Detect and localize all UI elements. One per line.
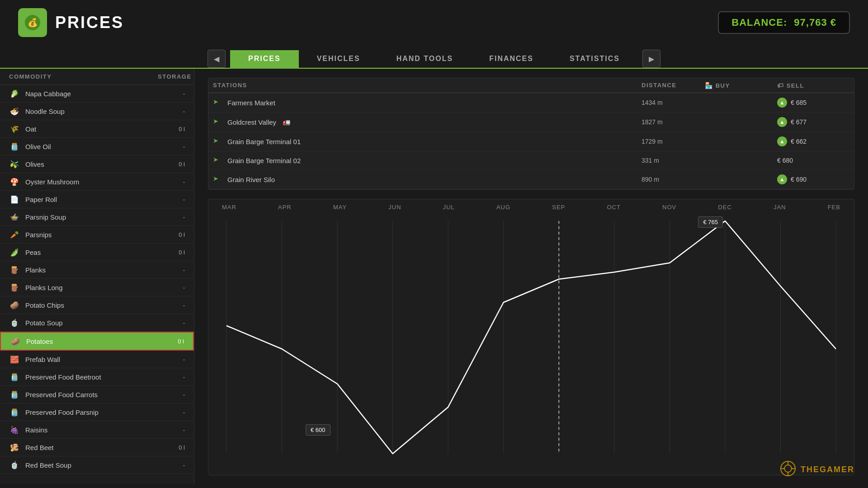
table-row[interactable]: ➤ Goldcrest Valley🚛 1827 m ▲€ 677: [208, 113, 854, 132]
commodity-icon-14: 🥔: [10, 336, 21, 347]
page-title: PRICES: [55, 13, 124, 32]
commodity-storage-14: 0 l: [166, 338, 184, 345]
commodity-name-9: Peas: [25, 249, 167, 256]
station-nav-icon-0: ➤: [213, 98, 222, 107]
commodity-name-15: Prefab Wall: [25, 356, 167, 363]
table-row[interactable]: ➤ Grain River Silo 890 m ▲€ 690: [208, 170, 854, 189]
list-item[interactable]: 🍵 Red Beet Soup -: [0, 456, 194, 474]
header: 💰 PRICES BALANCE: 97,763 €: [0, 0, 868, 45]
station-sell-3: € 680: [777, 157, 849, 164]
list-item[interactable]: 🍵 Potato Soup -: [0, 314, 194, 332]
nav-next-button[interactable]: ▶: [642, 50, 660, 68]
commodity-storage-5: -: [167, 178, 185, 185]
list-item[interactable]: 🥕 Parsnips 0 l: [0, 226, 194, 244]
station-name-0: Farmers Market: [227, 99, 642, 107]
tab-hand-tools[interactable]: HAND TOOLS: [378, 50, 471, 69]
col-header-distance: DISTANCE: [642, 82, 705, 89]
main-content: COMMODITY STORAGE 🥬 Napa Cabbage - 🍜 Noo…: [0, 69, 868, 484]
commodity-storage-21: -: [167, 462, 185, 469]
commodity-name-10: Planks: [25, 266, 167, 274]
list-item[interactable]: 🫙 Preserved Food Beetroot -: [0, 368, 194, 386]
price-label-low: € 600: [306, 424, 330, 436]
commodity-list: 🥬 Napa Cabbage - 🍜 Noodle Soup - 🌾 Oat 0…: [0, 85, 194, 474]
station-distance-0: 1434 m: [642, 99, 705, 106]
chart-months: MAR APR MAY JUN JUL AUG SEP OCT NOV DEC …: [217, 204, 845, 211]
station-column-headers: STATIONS DISTANCE 🏪 BUY 🏷 SELL: [208, 78, 854, 93]
commodity-icon-3: 🫙: [9, 141, 20, 152]
station-name-1: Goldcrest Valley🚛: [227, 118, 642, 126]
commodity-icon-18: 🫙: [9, 407, 20, 418]
list-item[interactable]: 🪵 Planks -: [0, 261, 194, 279]
list-item[interactable]: 🥔 Potatoes 0 l: [0, 332, 194, 351]
commodity-name-2: Oat: [25, 125, 167, 133]
prices-logo-icon: 💰: [18, 8, 47, 37]
list-item[interactable]: 🍜 Noodle Soup -: [0, 103, 194, 120]
station-distance-1: 1827 m: [642, 118, 705, 126]
list-item[interactable]: 📄 Paper Roll -: [0, 191, 194, 208]
commodity-sidebar[interactable]: COMMODITY STORAGE 🥬 Napa Cabbage - 🍜 Noo…: [0, 69, 194, 484]
station-nav-icon-3: ➤: [213, 156, 222, 165]
commodity-name-8: Parsnips: [25, 231, 167, 239]
station-distance-2: 1729 m: [642, 138, 705, 145]
table-row[interactable]: ➤ Farmers Market 1434 m ▲€ 685: [208, 93, 854, 113]
list-item[interactable]: 🥔 Potato Chips -: [0, 296, 194, 314]
commodity-storage-20: 0 l: [167, 444, 185, 451]
tab-statistics[interactable]: STATISTICS: [552, 50, 638, 69]
col-header-stations: STATIONS: [213, 82, 642, 89]
list-item[interactable]: 🫙 Preserved Food Carrots -: [0, 386, 194, 404]
buy-icon: 🏪: [705, 82, 713, 89]
commodity-icon-0: 🥬: [9, 88, 20, 99]
commodity-storage-7: -: [167, 214, 185, 221]
commodity-icon-20: 🫚: [9, 442, 20, 453]
table-row[interactable]: ➤ Grain Barge Terminal 01 1729 m ▲€ 662: [208, 132, 854, 151]
list-item[interactable]: 🫛 Peas 0 l: [0, 244, 194, 261]
commodity-name-5: Oyster Mushroom: [25, 178, 167, 186]
list-item[interactable]: 🫚 Red Beet 0 l: [0, 439, 194, 456]
nav-prev-button[interactable]: ◀: [208, 50, 226, 68]
commodity-icon-11: 🪵: [9, 282, 20, 293]
list-item[interactable]: 🧱 Prefab Wall -: [0, 351, 194, 368]
station-distance-4: 890 m: [642, 176, 705, 183]
list-item[interactable]: 🫙 Olive Oil -: [0, 138, 194, 155]
commodity-storage-15: -: [167, 356, 185, 363]
commodity-name-3: Olive Oil: [25, 143, 167, 150]
commodity-icon-5: 🍄: [9, 176, 20, 187]
commodity-storage-18: -: [167, 409, 185, 416]
list-item[interactable]: 🌾 Oat 0 l: [0, 120, 194, 138]
commodity-storage-4: 0 l: [167, 161, 185, 168]
list-item[interactable]: 🫙 Preserved Food Parsnip -: [0, 404, 194, 421]
list-item[interactable]: 🍄 Oyster Mushroom -: [0, 173, 194, 191]
station-sell-2: ▲€ 662: [777, 136, 849, 146]
commodity-storage-1: -: [167, 108, 185, 115]
svg-point-16: [784, 465, 792, 472]
list-item[interactable]: 🪵 Planks Long -: [0, 279, 194, 296]
table-row[interactable]: ➤ Grain Barge Terminal 02 331 m € 680: [208, 151, 854, 170]
commodity-name-20: Red Beet: [25, 444, 167, 451]
station-area: STATIONS DISTANCE 🏪 BUY 🏷 SELL ➤ Farmers…: [208, 78, 854, 190]
commodity-name-21: Red Beet Soup: [25, 461, 167, 469]
commodity-storage-3: -: [167, 143, 185, 150]
commodity-name-7: Parsnip Soup: [25, 213, 167, 221]
list-item[interactable]: 🥬 Napa Cabbage -: [0, 85, 194, 103]
tab-finances[interactable]: FINANCES: [471, 50, 552, 69]
station-sell-0: ▲€ 685: [777, 98, 849, 108]
tab-vehicles[interactable]: VEHICLES: [299, 50, 378, 69]
sell-up-indicator: ▲: [777, 174, 787, 184]
commodity-icon-12: 🥔: [9, 300, 20, 310]
commodity-name-4: Olives: [25, 160, 167, 168]
col-header-storage: STORAGE: [158, 73, 185, 80]
sell-icon: 🏷: [777, 82, 784, 89]
list-item[interactable]: 🍲 Parsnip Soup -: [0, 208, 194, 226]
commodity-name-6: Paper Roll: [25, 196, 167, 203]
commodity-storage-13: -: [167, 319, 185, 326]
price-label-high: € 765: [698, 216, 723, 228]
station-nav-icon-4: ➤: [213, 175, 222, 184]
sell-up-indicator: ▲: [777, 117, 787, 127]
station-sell-1: ▲€ 677: [777, 117, 849, 127]
tab-prices[interactable]: PRICES: [230, 50, 299, 69]
list-item[interactable]: 🫒 Olives 0 l: [0, 155, 194, 173]
commodity-storage-16: -: [167, 374, 185, 380]
list-item[interactable]: 🍇 Raisins -: [0, 421, 194, 439]
commodity-icon-13: 🍵: [9, 317, 20, 328]
commodity-name-13: Potato Soup: [25, 319, 167, 327]
